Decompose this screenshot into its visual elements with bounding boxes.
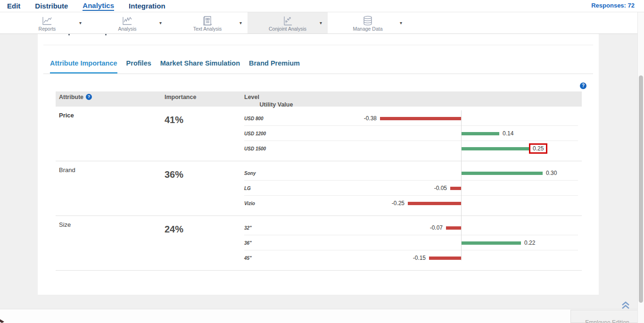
database-icon: [362, 15, 373, 26]
level-row: Sony 0.30: [240, 166, 582, 181]
utility-value-label: -0.38: [364, 115, 377, 122]
level-label: 36": [244, 240, 252, 246]
nav-item-edit[interactable]: Edit: [7, 2, 20, 10]
level-label: USD 1200: [244, 131, 266, 136]
utility-bar: [450, 187, 461, 190]
toolbar-item-label: Reports: [7, 26, 87, 32]
help-icon[interactable]: ?: [86, 94, 92, 100]
level-label: 45": [244, 256, 252, 261]
table-row-price: Price 41% USD 800 -0.38 USD 1200 0.14: [56, 107, 582, 161]
utility-bar: [446, 226, 461, 230]
utility-bar: [408, 202, 461, 205]
level-label: 32": [244, 225, 252, 231]
utility-value-label: 0.22: [524, 240, 535, 246]
importance-value: 24%: [160, 216, 240, 270]
level-row: USD 800 -0.38: [240, 111, 582, 126]
utility-value-label: -0.15: [413, 255, 426, 261]
toolbar-item-analysis[interactable]: Analysis ▾: [87, 12, 167, 33]
analytics-toolbar: Reports ▾ Analysis ▾ Text Analysis ▾ Con…: [0, 12, 644, 34]
utility-bar: [462, 132, 499, 135]
scrollbar-track[interactable]: [637, 12, 644, 323]
importance-value: 36%: [160, 161, 240, 215]
utility-value-label: -0.25: [392, 200, 405, 207]
chevron-down-icon[interactable]: ▾: [400, 20, 402, 25]
divider: [43, 45, 593, 45]
toolbar-item-text-analysis[interactable]: Text Analysis ▾: [167, 12, 248, 33]
scatter-chart-icon: [282, 15, 293, 26]
utility-bar: [462, 147, 529, 150]
line-chart-icon: [122, 15, 133, 26]
chevron-down-icon[interactable]: ▾: [320, 20, 322, 25]
column-header-attribute: Attribute: [59, 94, 83, 100]
chevron-down-icon[interactable]: ▾: [239, 20, 242, 25]
top-navigation: Edit Distribute Analytics Integration Re…: [0, 0, 644, 12]
utility-bar: [462, 241, 521, 245]
attribute-name: Price: [56, 107, 160, 161]
column-header-level: Level: [240, 94, 582, 100]
attribute-importance-table: Attribute ? Importance Level Utility Val…: [56, 91, 582, 271]
newspaper-icon: [202, 15, 213, 26]
toolbar-item-label: Conjoint Analysis: [248, 26, 328, 32]
utility-bar: [462, 172, 543, 175]
importance-value: 41%: [160, 107, 240, 161]
utility-value-label: -0.07: [430, 224, 443, 231]
column-header-utility-value: Utility Value: [260, 101, 293, 108]
level-label: Vizio: [244, 201, 255, 206]
zero-axis-line: [461, 110, 462, 260]
level-row: Vizio -0.25: [240, 196, 582, 211]
level-row: 36" 0.22: [240, 235, 582, 250]
level-row: 45" -0.15: [240, 250, 582, 265]
app-screen: Edit Distribute Analytics Integration Re…: [0, 0, 644, 323]
tab-attribute-importance[interactable]: Attribute Importance: [50, 59, 117, 74]
toolbar-item-reports[interactable]: Reports ▾: [7, 12, 87, 33]
level-row: 32" -0.07: [240, 220, 582, 235]
utility-value-label-highlighted: 0.25: [529, 143, 547, 154]
scrollbar-thumb[interactable]: [639, 75, 643, 303]
toolbar-item-label: Manage Data: [328, 26, 408, 32]
column-header-importance: Importance: [160, 94, 240, 100]
level-label: USD 1500: [244, 146, 266, 151]
help-icon[interactable]: ?: [580, 83, 586, 89]
utility-value-label: 0.14: [503, 130, 513, 137]
level-label: LG: [244, 186, 251, 191]
level-row: LG -0.05: [240, 181, 582, 196]
level-label: Sony: [244, 171, 256, 176]
level-row: USD 1500 0.25: [240, 141, 582, 156]
utility-bar: [429, 257, 461, 260]
conjoint-analysis-panel: Attribute Importance Profiles Market Sha…: [38, 34, 599, 295]
toolbar-item-label: Text Analysis: [167, 26, 248, 32]
chevron-down-icon[interactable]: ▾: [159, 20, 162, 25]
utility-bar: [380, 117, 461, 120]
level-row: USD 1200 0.14: [240, 126, 582, 141]
tab-profiles[interactable]: Profiles: [126, 59, 151, 74]
table-row-brand: Brand 36% Sony 0.30 LG -0.05: [56, 161, 582, 216]
edition-badge: Employee Edition: [570, 310, 644, 323]
line-chart-icon: [41, 15, 53, 26]
tab-market-share-simulation[interactable]: Market Share Simulation: [160, 59, 240, 74]
clipped-heading-mark: [105, 34, 107, 35]
clipped-heading-mark: [68, 34, 70, 35]
conjoint-tabs: Attribute Importance Profiles Market Sha…: [43, 59, 593, 74]
utility-value-label: -0.05: [434, 185, 447, 191]
table-header: Attribute ? Importance Level Utility Val…: [56, 91, 582, 107]
nav-item-analytics[interactable]: Analytics: [83, 1, 114, 11]
attribute-name: Brand: [56, 161, 160, 215]
table-row-size: Size 24% 32" -0.07 36" 0.22: [56, 216, 582, 271]
responses-count[interactable]: Responses: 72: [591, 2, 635, 9]
footer-bar: [0, 309, 644, 323]
toolbar-item-label: Analysis: [87, 26, 167, 32]
level-label: USD 800: [244, 116, 264, 121]
chevron-down-icon[interactable]: ▾: [79, 20, 82, 25]
nav-item-distribute[interactable]: Distribute: [35, 2, 68, 10]
nav-item-integration[interactable]: Integration: [129, 2, 165, 10]
toolbar-item-manage-data[interactable]: Manage Data ▾: [328, 12, 408, 33]
utility-value-label: 0.30: [546, 170, 557, 176]
attribute-name: Size: [56, 216, 160, 270]
tab-brand-premium[interactable]: Brand Premium: [249, 59, 300, 74]
toolbar-item-conjoint-analysis[interactable]: Conjoint Analysis ▾: [248, 12, 328, 33]
edition-label: Employee Edition: [571, 319, 644, 323]
